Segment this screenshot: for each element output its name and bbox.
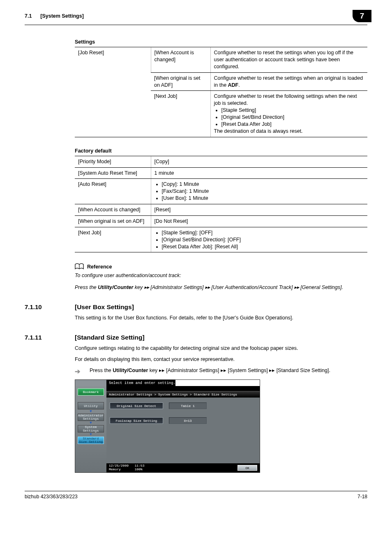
setting-description: Configure whether to reset the settings …	[210, 47, 367, 73]
factory-key: [When original is set on ADF]	[75, 215, 151, 227]
page-footer: bizhub 423/363/283/223 7-18	[25, 491, 367, 500]
page-number: 7-18	[357, 494, 367, 500]
factory-key: [System Auto Reset Time]	[75, 167, 151, 179]
foolscap-size-button[interactable]: Foolscap Size Setting	[110, 417, 163, 424]
list-item: [Staple Setting]: [OFF]	[162, 229, 364, 236]
factory-key: [When Account is changed]	[75, 204, 151, 216]
panel-breadcrumb: Administrator Settings > System Settings…	[106, 391, 260, 398]
table-row: [System Auto Reset Time] 1 minute	[75, 167, 367, 179]
book-icon	[75, 263, 84, 270]
original-size-detect-value: Table 1	[169, 402, 207, 409]
reference-text-1: To configure user authentication/account…	[75, 272, 367, 279]
chevron-down-icon: ▼	[75, 432, 106, 437]
reference-title: Reference	[87, 264, 112, 270]
list-item: [Fax/Scan]: 1 Minute	[162, 188, 364, 195]
list-item: [Original Set/Bind Direction]	[221, 114, 364, 121]
reference-text-2: Press the Utility/Counter key ▸▸ [Admini…	[75, 284, 367, 291]
list-item: [Reset Data After Job]: [Reset All]	[162, 243, 364, 250]
nav-admin-settings-button[interactable]: Administrator Settings	[78, 414, 104, 421]
factory-value: [Reset]	[151, 204, 367, 216]
setting-option: [Next Job]	[151, 91, 210, 137]
factory-default-heading: Factory default	[75, 148, 367, 154]
bookmark-button[interactable]: Bookmark	[78, 388, 104, 395]
reference-block: Reference	[75, 263, 367, 270]
nav-utility-button[interactable]: Utility	[78, 402, 104, 409]
table-row: [Auto Reset] [Copy]: 1 Minute [Fax/Scan]…	[75, 179, 367, 204]
factory-key: [Priority Mode]	[75, 156, 151, 167]
heading-title: [User Box Settings]	[75, 303, 134, 311]
setting-description: Configure whether to reset the following…	[210, 91, 367, 137]
settings-heading: Settings	[75, 39, 367, 45]
factory-key: [Next Job]	[75, 227, 151, 252]
section-title: [System Settings]	[40, 13, 84, 19]
product-name: bizhub 423/363/283/223	[25, 494, 78, 500]
body-text: For details on displaying this item, con…	[75, 356, 367, 363]
setting-option: [When Account is changed]	[151, 47, 210, 73]
body-text: This setting is for the User Box functio…	[75, 314, 367, 321]
factory-value: [Copy]: 1 Minute [Fax/Scan]: 1 Minute [U…	[151, 179, 367, 204]
heading-title: [Standard Size Setting]	[75, 334, 145, 341]
factory-value: [Staple Setting]: [OFF] [Original Set/Bi…	[151, 227, 367, 252]
list-item: [Original Set/Bind Direction]: [OFF]	[162, 236, 364, 243]
table-row: [Job Reset] [When Account is changed] Co…	[75, 47, 367, 73]
page-header: 7.1 [System Settings] 7	[25, 13, 367, 22]
original-size-detect-button[interactable]: Original Size Detect	[110, 402, 163, 409]
ok-button[interactable]: OK	[238, 465, 257, 471]
panel-instruction: Select item and enter setting.	[106, 380, 175, 386]
procedure-step: ➔ Press the Utility/Counter key ▸▸ [Admi…	[75, 367, 367, 376]
arrow-right-icon: ➔	[75, 367, 82, 376]
chevron-down-icon: ▼	[75, 409, 106, 414]
heading-7-1-11: 7.1.11 [Standard Size Setting]	[25, 334, 367, 341]
embedded-screenshot: Select item and enter setting. Bookmark …	[75, 379, 260, 473]
setting-name: [Job Reset]	[75, 47, 151, 137]
chapter-number-badge: 7	[353, 10, 371, 22]
list-item: [Reset Data After Job]	[221, 121, 364, 128]
factory-value: [Copy]	[151, 156, 367, 167]
foolscap-size-value: 8×13	[169, 417, 207, 424]
chevron-down-icon: ▼	[75, 421, 106, 425]
heading-number: 7.1.10	[25, 303, 63, 310]
table-row: [Priority Mode] [Copy]	[75, 156, 367, 167]
factory-value: 1 minute	[151, 167, 367, 179]
factory-default-table: [Priority Mode] [Copy] [System Auto Rese…	[75, 156, 367, 253]
table-row: [When Account is changed] [Reset]	[75, 204, 367, 216]
body-text: Configure settings relating to the capab…	[75, 345, 367, 352]
list-item: [Copy]: 1 Minute	[162, 181, 364, 188]
section-number: 7.1	[25, 13, 32, 19]
table-row: [When original is set on ADF] [Do Not Re…	[75, 215, 367, 227]
factory-value: [Do Not Reset]	[151, 215, 367, 227]
list-item: [Staple Setting]	[221, 107, 364, 114]
heading-7-1-10: 7.1.10 [User Box Settings]	[25, 303, 367, 311]
factory-key: [Auto Reset]	[75, 179, 151, 204]
panel-status-bar: 12/25/2009 11:53 Memory 100%	[109, 464, 144, 472]
setting-description: Configure whether to reset the settings …	[210, 72, 367, 91]
header-rule	[25, 25, 367, 25]
settings-table: [Job Reset] [When Account is changed] Co…	[75, 47, 367, 137]
table-row: [Next Job] [Staple Setting]: [OFF] [Orig…	[75, 227, 367, 252]
list-item: [User Box]: 1 Minute	[162, 195, 364, 202]
panel-main-area: Original Size Detect Table 1 Foolscap Si…	[106, 398, 260, 463]
nav-standard-size-button[interactable]: Standard Size Setting	[78, 437, 104, 444]
setting-option: [When original is set on ADF]	[151, 72, 210, 91]
nav-system-settings-button[interactable]: System Settings	[78, 425, 104, 432]
heading-number: 7.1.11	[25, 334, 63, 341]
